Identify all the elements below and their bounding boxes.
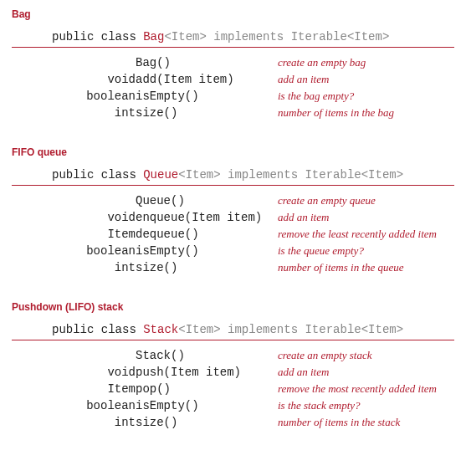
method-description: add an item (278, 364, 437, 381)
method-signature: dequeue() (136, 226, 278, 243)
table-row: int size() number of items in the stack (52, 414, 437, 431)
return-type: void (52, 71, 136, 88)
generic-type: <Item> (178, 168, 220, 182)
table-row: boolean isEmpty() is the bag empty? (52, 88, 394, 105)
section-title: Bag (12, 8, 454, 20)
method-description: is the bag empty? (278, 88, 394, 105)
api-table: Queue() create an empty queue void enque… (52, 192, 437, 276)
class-declaration: public class Bag<Item> implements Iterab… (12, 28, 454, 48)
class-name: Bag (143, 30, 164, 44)
keyword: public class (52, 30, 143, 44)
return-type: boolean (52, 88, 136, 105)
method-signature: Bag() (136, 54, 278, 71)
return-type: Item (52, 381, 136, 397)
method-signature: size() (136, 259, 278, 276)
table-row: boolean isEmpty() is the stack empty? (52, 397, 437, 414)
method-description: remove the most recently added item (278, 381, 437, 397)
method-signature: enqueue(Item item) (136, 209, 278, 226)
table-row: Queue() create an empty queue (52, 192, 437, 209)
method-description: add an item (278, 209, 437, 226)
class-declaration: public class Stack<Item> implements Iter… (12, 321, 454, 340)
section-title: Pushdown (LIFO) stack (12, 301, 454, 313)
return-type: int (52, 259, 136, 276)
api-table: Stack() create an empty stack void push(… (52, 347, 437, 431)
method-description: create an empty stack (278, 347, 437, 364)
method-signature: size() (136, 414, 278, 431)
implements-clause: implements Iterable<Item> (207, 30, 389, 44)
return-type (52, 192, 136, 209)
method-signature: Queue() (136, 192, 278, 209)
table-row: Item dequeue() remove the least recently… (52, 226, 437, 243)
api-section-bag: Bag public class Bag<Item> implements It… (12, 8, 454, 121)
api-section-stack: Pushdown (LIFO) stack public class Stack… (12, 301, 454, 431)
class-name: Queue (143, 168, 178, 182)
table-row: Item pop() remove the most recently adde… (52, 381, 437, 397)
method-description: number of items in the bag (278, 105, 394, 121)
return-type: int (52, 105, 136, 121)
table-row: Stack() create an empty stack (52, 347, 437, 364)
implements-clause: implements Iterable<Item> (221, 168, 403, 182)
return-type: void (52, 364, 136, 381)
table-row: int size() number of items in the queue (52, 259, 437, 276)
method-description: number of items in the queue (278, 259, 437, 276)
method-signature: Stack() (136, 347, 278, 364)
generic-type: <Item> (164, 30, 206, 44)
method-signature: isEmpty() (136, 88, 278, 105)
method-signature: isEmpty() (136, 243, 278, 259)
method-signature: add(Item item) (136, 71, 278, 88)
return-type (52, 54, 136, 71)
method-signature: push(Item item) (136, 364, 278, 381)
api-section-queue: FIFO queue public class Queue<Item> impl… (12, 146, 454, 276)
table-row: void enqueue(Item item) add an item (52, 209, 437, 226)
method-description: create an empty queue (278, 192, 437, 209)
class-declaration: public class Queue<Item> implements Iter… (12, 166, 454, 186)
return-type (52, 347, 136, 364)
table-row: Bag() create an empty bag (52, 54, 394, 71)
table-row: void push(Item item) add an item (52, 364, 437, 381)
return-type: boolean (52, 243, 136, 259)
method-description: add an item (278, 71, 394, 88)
method-description: is the queue empty? (278, 243, 437, 259)
table-row: int size() number of items in the bag (52, 105, 394, 121)
table-row: void add(Item item) add an item (52, 71, 394, 88)
method-description: is the stack empty? (278, 397, 437, 414)
section-title: FIFO queue (12, 146, 454, 158)
table-row: boolean isEmpty() is the queue empty? (52, 243, 437, 259)
method-signature: size() (136, 105, 278, 121)
method-description: create an empty bag (278, 54, 394, 71)
keyword: public class (52, 168, 143, 182)
method-signature: isEmpty() (136, 397, 278, 414)
api-table: Bag() create an empty bag void add(Item … (52, 54, 394, 121)
return-type: void (52, 209, 136, 226)
method-description: number of items in the stack (278, 414, 437, 431)
class-name: Stack (143, 323, 178, 336)
keyword: public class (52, 323, 143, 336)
method-signature: pop() (136, 381, 278, 397)
generic-type: <Item> (178, 323, 220, 336)
method-description: remove the least recently added item (278, 226, 437, 243)
return-type: Item (52, 226, 136, 243)
return-type: boolean (52, 397, 136, 414)
return-type: int (52, 414, 136, 431)
implements-clause: implements Iterable<Item> (221, 323, 403, 336)
